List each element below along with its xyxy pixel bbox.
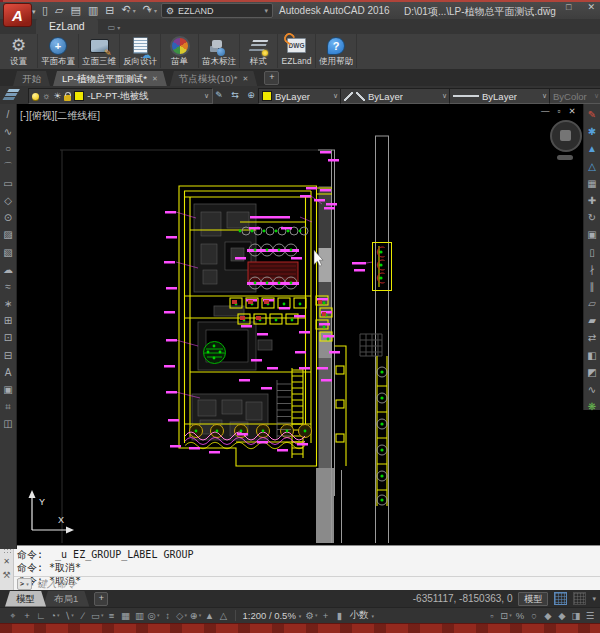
caret-down-icon[interactable]: ∨ bbox=[204, 92, 209, 100]
region-icon[interactable]: ▣ bbox=[2, 383, 15, 396]
graphics-performance-icon[interactable]: ◆ bbox=[542, 609, 554, 622]
block-icon[interactable]: ▣ bbox=[586, 228, 599, 241]
clean-screen-icon[interactable]: ◨ bbox=[570, 609, 582, 622]
offset-icon[interactable]: ∥ bbox=[586, 280, 599, 293]
layer-color-swatch[interactable] bbox=[74, 91, 84, 101]
undo-icon[interactable]: ↶▾ bbox=[122, 3, 130, 18]
table-icon[interactable]: ⊟ bbox=[2, 349, 15, 362]
lineweight-display-icon[interactable]: ≡ bbox=[106, 609, 118, 622]
ribbon-tab-ezland[interactable]: EzLand bbox=[36, 19, 98, 34]
wrench-icon[interactable]: ⚒ bbox=[2, 570, 10, 580]
command-line-dock[interactable]: ✕ ⚒ 命令: _u EZ_GROUP_LABEL GROUP命令: *取消*命… bbox=[0, 545, 600, 591]
slope-icon[interactable]: ◩ bbox=[586, 366, 599, 379]
ribbon-button-styles[interactable]: 样式 bbox=[240, 34, 278, 68]
sheet-icon[interactable]: ▯ bbox=[586, 246, 599, 259]
layer-previous-icon[interactable]: ⇆ bbox=[228, 88, 242, 102]
new-drawing-tab-button[interactable]: + bbox=[264, 71, 279, 85]
polar-tracking-icon[interactable]: ◔▾ bbox=[49, 609, 61, 622]
qsave-icon[interactable]: ▤ bbox=[71, 4, 81, 17]
close-button[interactable]: ✕ bbox=[587, 2, 595, 12]
annotation-autoscale-icon[interactable]: △ bbox=[218, 609, 230, 622]
qnew-icon[interactable]: ▯ bbox=[42, 4, 48, 17]
circle-icon[interactable]: ○ bbox=[2, 142, 15, 155]
object-snap-icon[interactable]: ◎▾ bbox=[148, 609, 160, 622]
file-tab[interactable]: 开始 bbox=[13, 71, 50, 86]
navigation-wheel[interactable] bbox=[550, 120, 582, 152]
file-tab[interactable]: LP-植物总平面测试*✕ bbox=[53, 71, 167, 86]
trim-icon[interactable]: ∤ bbox=[586, 263, 599, 276]
ribbon-button-plant-annotation[interactable]: 苗木标注 bbox=[199, 34, 240, 68]
command-dock-grip[interactable]: ✕ ⚒ bbox=[0, 546, 14, 591]
ellipse-icon[interactable]: ⊙ bbox=[2, 211, 15, 224]
tree-icon[interactable]: ▲ bbox=[586, 142, 599, 155]
ribbon-button-settings[interactable]: 设置 bbox=[0, 34, 38, 68]
doc-restore-button[interactable]: ▫ bbox=[558, 106, 561, 116]
polyline-icon[interactable]: ∿ bbox=[2, 125, 15, 138]
ribbon-button-elevation-3d[interactable]: 立面三维 bbox=[79, 34, 120, 68]
viewport-controls[interactable]: [-][俯视][二维线框] bbox=[20, 109, 100, 123]
hatch-icon[interactable]: ▨ bbox=[2, 228, 15, 241]
area-icon[interactable]: ◧ bbox=[586, 349, 599, 362]
line-icon[interactable]: / bbox=[2, 108, 15, 121]
annotation-visibility-icon[interactable]: ▲ bbox=[204, 609, 216, 622]
close-icon[interactable]: ✕ bbox=[3, 557, 10, 566]
insert-block-icon[interactable]: ⊞ bbox=[2, 314, 15, 327]
application-menu-caret-icon[interactable]: ▾ bbox=[32, 8, 36, 16]
snap-angle-icon[interactable]: ∕ bbox=[77, 609, 89, 622]
grid-dim-icon[interactable] bbox=[573, 592, 586, 605]
navigation-bar-handle[interactable] bbox=[557, 155, 573, 160]
rotate-icon[interactable]: ↻ bbox=[586, 211, 599, 224]
ribbon-button-plan-layout[interactable]: 平面布置 bbox=[38, 34, 79, 68]
measure-icon[interactable]: ⌗ bbox=[2, 400, 15, 413]
minimize-button[interactable]: — bbox=[541, 2, 550, 12]
label-pen-icon[interactable]: ✎ bbox=[586, 108, 599, 121]
spline-icon[interactable]: ≈ bbox=[2, 280, 15, 293]
color-dropdown[interactable]: ByLayer ∨ bbox=[258, 88, 342, 104]
grid-display-icon[interactable]: + bbox=[21, 609, 33, 622]
arc-icon[interactable]: ⌒ bbox=[2, 160, 15, 173]
close-tab-icon[interactable]: ✕ bbox=[152, 75, 158, 83]
conifer-icon[interactable]: △ bbox=[586, 160, 599, 173]
polygon-icon[interactable]: ◇ bbox=[2, 194, 15, 207]
dynamic-input-icon[interactable]: ▭▾ bbox=[91, 609, 104, 622]
annotation-scale-gear-icon[interactable]: ⚙▾ bbox=[305, 609, 317, 622]
layer-freeze-icon[interactable]: ☼ bbox=[42, 92, 50, 101]
drawing-area[interactable]: Y X [-][俯视][二维线框] — ▫ ✕ /∿○⌒▭◇⊙▨▧☁≈∗⊞⊡⊟A… bbox=[0, 104, 600, 545]
open-icon[interactable]: ▱ bbox=[55, 4, 63, 17]
xref-icon[interactable]: ◫ bbox=[2, 417, 15, 430]
ribbon-button-plant-list[interactable]: 苗单 bbox=[161, 34, 199, 68]
layer-dropdown[interactable]: ☼ ☀ -LP-PT-地被线 ∨ bbox=[28, 88, 213, 104]
folder-filled-icon[interactable]: ▰ bbox=[586, 314, 599, 327]
add-scale-icon[interactable]: + bbox=[319, 609, 331, 622]
close-tab-icon[interactable]: ✕ bbox=[242, 75, 248, 83]
text-icon[interactable]: A bbox=[2, 366, 15, 379]
caret-down-icon[interactable]: ∨ bbox=[333, 92, 338, 100]
grid-icon[interactable] bbox=[554, 592, 567, 605]
application-menu-button[interactable]: A bbox=[3, 3, 32, 27]
recent-commands-button[interactable]: > ▾ bbox=[17, 578, 32, 590]
point-icon[interactable]: ∗ bbox=[2, 297, 15, 310]
palette-grid-icon[interactable]: ▦ bbox=[586, 177, 599, 190]
new-layout-button[interactable]: + bbox=[94, 592, 108, 606]
layout-tab-layout1[interactable]: 布局1 bbox=[43, 591, 89, 607]
lineweight-dropdown[interactable]: ByLayer ∨ bbox=[449, 88, 551, 104]
dynamic-ucs-icon[interactable]: ⊕▾ bbox=[190, 609, 202, 622]
model-space-button[interactable]: 模型 bbox=[518, 592, 548, 606]
layer-properties-icon[interactable] bbox=[6, 88, 24, 102]
linetype-dropdown[interactable]: ByLayer ∨ bbox=[340, 88, 451, 104]
status-clock-icon[interactable]: ○ bbox=[528, 609, 540, 622]
layer-isolate-icon[interactable]: ⊕ bbox=[244, 88, 258, 102]
file-tab[interactable]: 节点模块(10)*✕ bbox=[170, 71, 257, 86]
doc-minimize-button[interactable]: — bbox=[541, 106, 550, 116]
rectangle-icon[interactable]: ▭ bbox=[2, 177, 15, 190]
snap-mode-icon[interactable]: ⌖ bbox=[7, 609, 19, 622]
plant-symbol-icon[interactable]: ✱ bbox=[586, 125, 599, 138]
selection-cycling-icon[interactable]: ▥ bbox=[134, 609, 146, 622]
caret-down-icon[interactable]: ∨ bbox=[542, 92, 547, 100]
ribbon-button-ezland-dwg[interactable]: DWGEZLand bbox=[278, 34, 316, 68]
panel-toggle-button[interactable]: ▭ ▾ bbox=[108, 23, 121, 34]
layout-tab-model[interactable]: 模型 bbox=[5, 591, 46, 607]
gradient-icon[interactable]: ▧ bbox=[2, 246, 15, 259]
move-icon[interactable]: ✚ bbox=[586, 194, 599, 207]
annotation-monitor-icon[interactable]: % bbox=[514, 609, 526, 622]
